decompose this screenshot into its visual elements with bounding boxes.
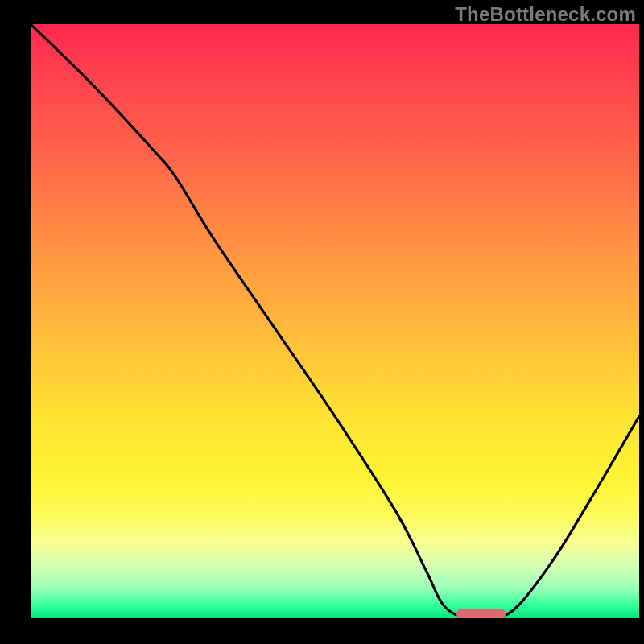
plot-area [31, 24, 639, 618]
watermark-text: TheBottleneck.com [455, 3, 636, 26]
chart-frame: TheBottleneck.com [0, 0, 644, 644]
bottleneck-curve [31, 24, 639, 618]
optimal-range-marker [456, 609, 505, 618]
